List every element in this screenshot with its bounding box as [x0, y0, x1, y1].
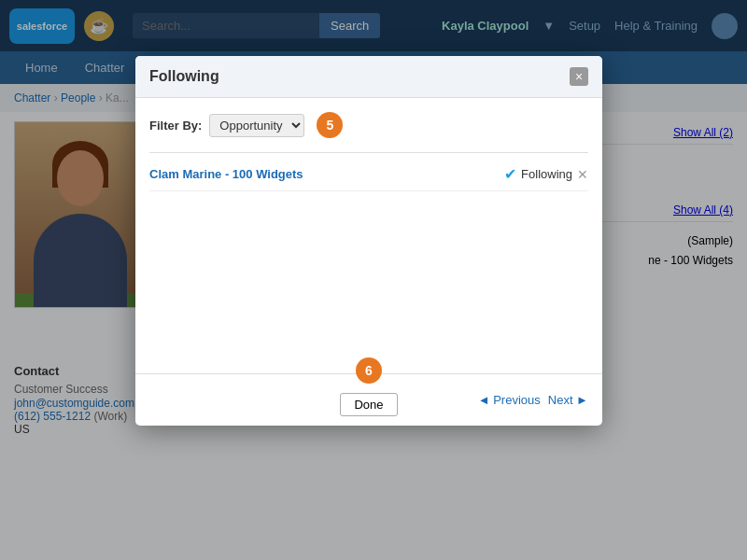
- item-link[interactable]: Clam Marine - 100 Widgets: [149, 167, 303, 181]
- modal-body: Filter By: Opportunity 5 Clam Marine - 1…: [135, 98, 602, 373]
- step-6-badge: 6: [356, 357, 382, 384]
- following-modal: Following × Filter By: Opportunity 5 Cla…: [135, 56, 602, 426]
- step-5-badge: 5: [317, 112, 343, 138]
- following-badge: ✔ Following ✕: [504, 165, 588, 183]
- unfollow-button[interactable]: ✕: [577, 167, 588, 182]
- modal-footer: 6 Done ◄ Previous Next ►: [135, 373, 602, 426]
- empty-space: [149, 191, 588, 359]
- filter-label: Filter By:: [149, 119, 202, 133]
- following-item-row: Clam Marine - 100 Widgets ✔ Following ✕: [149, 158, 588, 191]
- modal-close-button[interactable]: ×: [570, 67, 588, 86]
- following-label: Following: [521, 167, 572, 181]
- check-icon: ✔: [504, 165, 516, 183]
- done-button[interactable]: Done: [340, 393, 397, 416]
- next-button[interactable]: Next ►: [548, 393, 588, 407]
- modal-title: Following: [149, 68, 219, 85]
- filter-select[interactable]: Opportunity: [209, 114, 304, 137]
- pagination: ◄ Previous Next ►: [478, 393, 588, 407]
- previous-button[interactable]: ◄ Previous: [478, 393, 541, 407]
- filter-row: Filter By: Opportunity 5: [149, 112, 588, 138]
- modal-header: Following ×: [135, 56, 602, 98]
